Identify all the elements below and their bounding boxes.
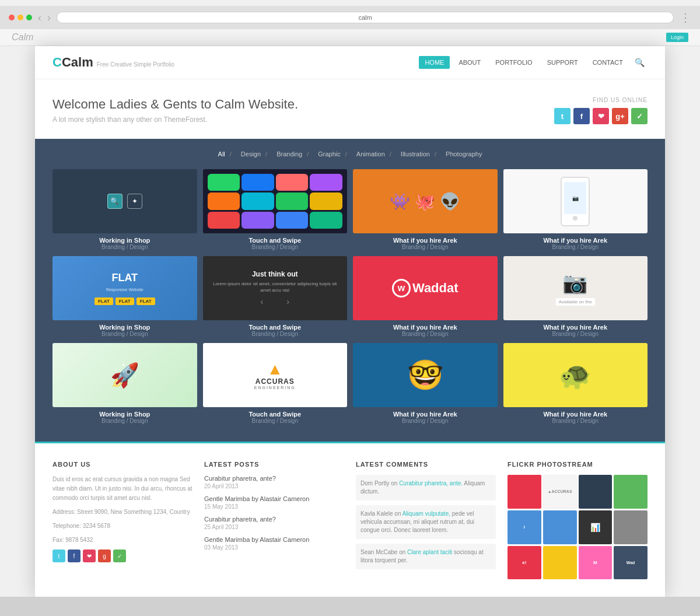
nav-contact[interactable]: CONTACT <box>587 56 629 69</box>
flickr-thumb-8[interactable] <box>614 510 648 544</box>
footer-comments: LATEST COMMENTS Dom Portly on Curabitur … <box>356 461 496 579</box>
flickr-thumb-4[interactable] <box>614 475 648 509</box>
back-button[interactable]: ‹ <box>38 12 41 24</box>
footer-posts: LATEST POSTS Curabitur pharetra, ante? 2… <box>204 461 344 579</box>
portfolio-item-4[interactable]: 📷 What if you hire Arek Branding / Desig… <box>503 169 648 250</box>
portfolio-title-6: Touch and Swipe <box>203 324 348 331</box>
filter-illustration[interactable]: Illustration <box>396 150 441 158</box>
footer-google[interactable]: g <box>98 550 111 562</box>
flickr-thumb-7[interactable]: 📊 <box>579 510 612 544</box>
filter-animation[interactable]: Animation <box>352 150 396 158</box>
filter-graphic[interactable]: Graphic <box>313 150 352 158</box>
portfolio-item-8[interactable]: 📷 Available on the What if you hire Arek… <box>503 256 648 337</box>
ft7-chart: 📊 <box>590 523 600 532</box>
portfolio-item-2[interactable]: Touch and Swipe Branding / Design <box>203 169 348 250</box>
flickr-thumb-12[interactable]: Wad <box>614 546 648 580</box>
filter-photography[interactable]: Photography <box>441 150 487 158</box>
social-icons: t f ❤ g+ ✓ <box>554 108 648 124</box>
flickr-thumb-9[interactable]: e! <box>508 546 541 580</box>
portfolio-thumb-3: 👾 🐙 👽 <box>353 169 498 233</box>
forward-button[interactable]: › <box>47 12 51 24</box>
facebook-icon[interactable]: f <box>573 108 590 124</box>
address-bar[interactable]: calm <box>57 12 674 23</box>
footer-flickr: FLICKR PHOTOSTREAM ▲ACCURAS i 📊 <box>508 461 648 579</box>
flickr-thumb-1[interactable] <box>508 475 541 509</box>
footer-post-title-1[interactable]: Curabitur pharetra, ante? <box>204 475 344 482</box>
maximize-button[interactable] <box>26 15 32 20</box>
app-icon-4 <box>310 174 342 191</box>
flickr-thumb-6[interactable] <box>543 510 577 544</box>
browser-menu[interactable]: ⋮ <box>680 10 691 24</box>
logo-text-rest: Calm <box>62 55 93 69</box>
close-button[interactable] <box>9 15 15 20</box>
nav-home[interactable]: HOME <box>419 56 450 69</box>
flickr-thumb-5[interactable]: i <box>508 510 541 544</box>
footer-comment-1: Dom Portly on Curabitur pharetra, ante. … <box>356 475 496 501</box>
app-icon-10 <box>242 212 274 229</box>
footer-post-title-2[interactable]: Gentle Marimba by Alastair Cameron <box>204 495 344 502</box>
filter-branding[interactable]: Branding <box>272 150 313 158</box>
hero-heading: Welcome Ladies & Gents to Calm Website. <box>52 97 298 112</box>
portfolio-title-1: Working in Shop <box>52 237 197 244</box>
footer-comment-link-1[interactable]: Curabitur pharetra, ante. <box>399 480 463 487</box>
portfolio-item-6[interactable]: Just think out Lorem ipsum dolor sit ame… <box>203 256 348 337</box>
flickr-thumb-10[interactable] <box>543 546 577 580</box>
nav-support[interactable]: SUPPORT <box>541 56 584 69</box>
portfolio-item-12[interactable]: 🐢 What if you hire Arek Branding / Desig… <box>503 343 648 424</box>
portfolio-item-5[interactable]: FLAT Responsive Website FLAT FLAT FLAT W… <box>52 256 197 337</box>
nav-portfolio[interactable]: PORTFOLIO <box>489 56 538 69</box>
twitter-icon[interactable]: t <box>554 108 570 124</box>
filter-all[interactable]: All <box>214 150 236 158</box>
accuras-name: ACCURAS <box>254 377 296 386</box>
instagram-icon[interactable]: ❤ <box>593 108 609 124</box>
accuras-subtext: ENGINEERING <box>254 386 296 390</box>
portfolio-title-7: What if you hire Arek <box>353 324 498 331</box>
portfolio-subtitle-9: Branding / Design <box>52 418 197 424</box>
footer-flickr-title: FLICKR PHOTOSTREAM <box>508 461 648 468</box>
flickr-thumb-3[interactable] <box>579 475 612 509</box>
portfolio-thumb-9: 🚀 <box>52 343 197 407</box>
avatar-emoji: 🤓 <box>407 358 443 392</box>
footer-comment-link-2[interactable]: Aliquam vulputate, <box>402 510 450 517</box>
footer-comments-title: LATEST COMMENTS <box>356 461 496 468</box>
site-footer: ABOUT US Duis id eros ac erat cursus gra… <box>35 442 665 597</box>
google-plus-icon[interactable]: g+ <box>612 108 628 124</box>
footer-rss[interactable]: ✓ <box>113 550 126 562</box>
find-us-label: FIND US ONLINE <box>554 97 648 103</box>
portfolio-item-3[interactable]: 👾 🐙 👽 What if you hire Arek Branding / D… <box>353 169 498 250</box>
search-icon[interactable]: 🔍 <box>632 55 648 70</box>
footer-comment-2: Kavla Kalele on Aliquam vulputate, pede … <box>356 505 496 539</box>
portfolio-item-9[interactable]: 🚀 Working in Shop Branding / Design <box>52 343 197 424</box>
portfolio-section: All Design Branding Graphic Animation Il… <box>35 139 665 442</box>
login-button[interactable]: Login <box>666 33 688 42</box>
main-nav: HOME ABOUT PORTFOLIO SUPPORT CONTACT 🔍 <box>419 55 648 70</box>
camera-emoji: 📷 <box>562 271 588 295</box>
portfolio-thumb-7: w Waddat <box>353 256 498 320</box>
flat-device-1: FLAT <box>94 298 113 305</box>
footer-post-title-3[interactable]: Curabitur pharetra, ante? <box>204 516 344 523</box>
waddat-text: Waddat <box>412 281 459 296</box>
app-icon-9 <box>208 212 240 229</box>
portfolio-subtitle-11: Branding / Design <box>353 418 498 424</box>
footer-twitter[interactable]: t <box>52 550 65 562</box>
footer-facebook[interactable]: f <box>68 550 80 562</box>
rocket-emoji: 🚀 <box>110 362 139 389</box>
nav-about[interactable]: ABOUT <box>453 56 487 69</box>
portfolio-item-10[interactable]: ▲ ACCURAS ENGINEERING Touch and Swipe Br… <box>203 343 348 424</box>
flickr-thumb-11[interactable]: M <box>579 546 612 580</box>
portfolio-item-7[interactable]: w Waddat What if you hire Arek Branding … <box>353 256 498 337</box>
footer-post-title-4[interactable]: Gentle Marimba by Alastair Cameron <box>204 536 344 543</box>
footer-comment-link-3[interactable]: Clare aplant taciti <box>407 549 452 555</box>
hero-text: Welcome Ladies & Gents to Calm Website. … <box>52 97 298 124</box>
portfolio-item-1[interactable]: 🔍 ✦ Working in Shop Branding / Design <box>52 169 197 250</box>
app-icon-3 <box>276 174 309 191</box>
footer-instagram[interactable]: ❤ <box>83 550 96 562</box>
rss-icon[interactable]: ✓ <box>631 108 648 124</box>
flickr-thumb-2[interactable]: ▲ACCURAS <box>543 475 577 509</box>
minimize-button[interactable] <box>18 15 23 20</box>
footer-comment-text-3: Sean McCabe on Clare aplant taciti socio… <box>360 548 491 565</box>
filter-design[interactable]: Design <box>236 150 272 158</box>
app-icon-5 <box>208 192 240 209</box>
footer-post-date-2: 15 May 2013 <box>204 503 344 510</box>
portfolio-item-11[interactable]: 🤓 What if you hire Arek Branding / Desig… <box>353 343 498 424</box>
